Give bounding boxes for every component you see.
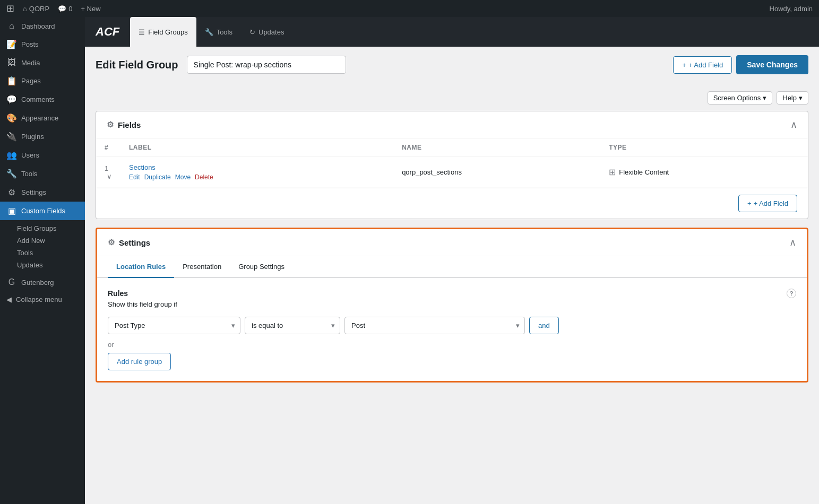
acf-nav-updates[interactable]: ↻ Updates: [241, 17, 292, 47]
value-select-wrapper: Post: [344, 317, 525, 334]
fields-panel: ⚙ Fields ∧ # Label Name Type: [96, 111, 808, 219]
plus-icon: +: [682, 61, 686, 69]
fields-panel-toggle[interactable]: ∧: [790, 119, 797, 131]
expand-icon[interactable]: ∨: [107, 172, 112, 180]
settings-panel-toggle[interactable]: ∧: [789, 237, 796, 248]
sidebar-item-posts[interactable]: 📝 Posts: [0, 35, 85, 54]
site-name-link[interactable]: ⌂ QORP: [23, 5, 49, 13]
custom-fields-icon: ▣: [6, 206, 17, 216]
rules-subtitle: Show this field group if: [108, 300, 796, 308]
sidebar-item-custom-fields[interactable]: ▣ Custom Fields: [0, 202, 85, 220]
field-duplicate-link[interactable]: Duplicate: [144, 173, 171, 181]
post-type-select[interactable]: Post Type: [108, 317, 240, 334]
fields-table-header-row: # Label Name Type: [96, 138, 808, 157]
and-button[interactable]: and: [529, 317, 559, 334]
pages-icon: 📋: [6, 76, 17, 86]
rule-row: Post Type is equal to Post and: [108, 317, 796, 334]
field-label-link[interactable]: Sections: [129, 163, 385, 171]
fields-panel-title: ⚙ Fields: [107, 120, 141, 129]
admin-bar: ⊞ ⌂ QORP 💬 0 + New Howdy, admin: [0, 0, 819, 17]
posts-icon: 📝: [6, 39, 17, 49]
operator-select-wrapper: is equal to: [245, 317, 340, 334]
sidebar-item-plugins[interactable]: 🔌 Plugins: [0, 127, 85, 146]
flexible-content-icon: ⊞: [609, 167, 616, 177]
field-delete-link[interactable]: Delete: [195, 173, 213, 181]
tab-group-settings[interactable]: Group Settings: [230, 256, 293, 278]
tools-icon: 🔧: [6, 169, 17, 179]
comments-icon: 💬: [6, 94, 17, 105]
sidebar: ⌂ Dashboard 📝 Posts 🖼 Media 📋 Pages 💬 Co…: [0, 17, 85, 504]
dashboard-icon: ⌂: [6, 21, 17, 31]
acf-logo: ACF: [96, 25, 119, 39]
settings-panel-title: ⚙ Settings: [108, 238, 150, 247]
submenu-field-groups[interactable]: Field Groups: [17, 222, 85, 234]
page-header-actions: + + Add Field Save Changes: [673, 55, 808, 74]
rules-help-icon[interactable]: ?: [787, 289, 796, 298]
fields-table: # Label Name Type 1 ∨ Sections: [96, 138, 808, 188]
submenu-updates[interactable]: Updates: [17, 259, 85, 271]
sidebar-item-dashboard[interactable]: ⌂ Dashboard: [0, 17, 85, 35]
user-greeting: Howdy, admin: [770, 5, 813, 13]
add-field-button[interactable]: + + Add Field: [673, 56, 732, 74]
sidebar-item-gutenberg[interactable]: G Gutenberg: [0, 273, 85, 291]
comment-icon: 💬: [58, 5, 66, 13]
acf-nav-field-groups[interactable]: ☰ Field Groups: [130, 17, 196, 47]
chevron-down-icon: ▾: [763, 94, 766, 102]
add-rule-group-button[interactable]: Add rule group: [108, 353, 171, 370]
submenu-tools[interactable]: Tools: [17, 247, 85, 259]
acf-header: ACF ☰ Field Groups 🔧 Tools ↻ Updates: [85, 17, 819, 47]
updates-nav-icon: ↻: [249, 28, 255, 36]
sidebar-item-tools[interactable]: 🔧 Tools: [0, 164, 85, 183]
col-name: Name: [393, 138, 600, 157]
field-name-cell: qorp_post_sections: [393, 157, 600, 188]
users-icon: 👥: [6, 150, 17, 160]
fields-table-head: # Label Name Type: [96, 138, 808, 157]
gutenberg-icon: G: [6, 277, 17, 287]
screen-options-bar: Screen Options ▾ Help ▾: [96, 91, 808, 105]
page-title: Edit Field Group: [96, 59, 178, 71]
acf-nav-tools[interactable]: 🔧 Tools: [196, 17, 241, 47]
comments-link[interactable]: 💬 0: [58, 5, 72, 13]
main-content: ACF ☰ Field Groups 🔧 Tools ↻ Updates Edi…: [85, 17, 819, 504]
tab-location-rules[interactable]: Location Rules: [108, 256, 174, 278]
fields-gear-icon: ⚙: [107, 120, 114, 129]
table-row: 1 ∨ Sections Edit Duplicate Move Delete: [96, 157, 808, 188]
settings-panel-header: ⚙ Settings ∧: [97, 229, 807, 256]
collapse-menu-button[interactable]: ◀ Collapse menu: [0, 291, 85, 308]
col-label: Label: [120, 138, 393, 157]
field-type-cell: ⊞ Flexible Content: [600, 157, 808, 188]
sidebar-item-settings[interactable]: ⚙ Settings: [0, 183, 85, 202]
field-number: 1 ∨: [96, 157, 120, 188]
sidebar-item-pages[interactable]: 📋 Pages: [0, 72, 85, 90]
media-icon: 🖼: [6, 58, 17, 67]
or-label: or: [108, 341, 796, 349]
settings-panel: ⚙ Settings ∧ Location Rules Presentation…: [96, 228, 808, 383]
sidebar-item-comments[interactable]: 💬 Comments: [0, 90, 85, 109]
settings-gear-icon: ⚙: [108, 238, 115, 247]
sidebar-item-media[interactable]: 🖼 Media: [0, 54, 85, 72]
submenu-add-new[interactable]: Add New: [17, 234, 85, 247]
plus-icon-footer: +: [747, 199, 752, 207]
field-group-title-input[interactable]: [187, 56, 346, 74]
fields-table-body: 1 ∨ Sections Edit Duplicate Move Delete: [96, 157, 808, 188]
content-area: Screen Options ▾ Help ▾ ⚙ Fields ∧ #: [85, 83, 819, 399]
operator-select[interactable]: is equal to: [245, 317, 340, 334]
sidebar-item-users[interactable]: 👥 Users: [0, 146, 85, 164]
field-actions: Edit Duplicate Move Delete: [129, 173, 385, 181]
screen-options-button[interactable]: Screen Options ▾: [708, 91, 773, 105]
plugins-icon: 🔌: [6, 132, 17, 142]
chevron-down-icon-help: ▾: [799, 94, 803, 102]
value-select[interactable]: Post: [344, 317, 525, 334]
rules-section: Rules ? Show this field group if Post Ty…: [97, 278, 807, 381]
col-type: Type: [600, 138, 808, 157]
appearance-icon: 🎨: [6, 113, 17, 123]
wp-logo[interactable]: ⊞: [6, 3, 14, 14]
fields-add-field-button[interactable]: + + Add Field: [738, 195, 797, 212]
help-button[interactable]: Help ▾: [777, 91, 808, 105]
sidebar-item-appearance[interactable]: 🎨 Appearance: [0, 109, 85, 127]
field-move-link[interactable]: Move: [175, 173, 191, 181]
tab-presentation[interactable]: Presentation: [174, 256, 230, 278]
save-changes-button[interactable]: Save Changes: [736, 55, 808, 74]
field-edit-link[interactable]: Edit: [129, 173, 140, 181]
new-content-link[interactable]: + New: [81, 5, 100, 13]
